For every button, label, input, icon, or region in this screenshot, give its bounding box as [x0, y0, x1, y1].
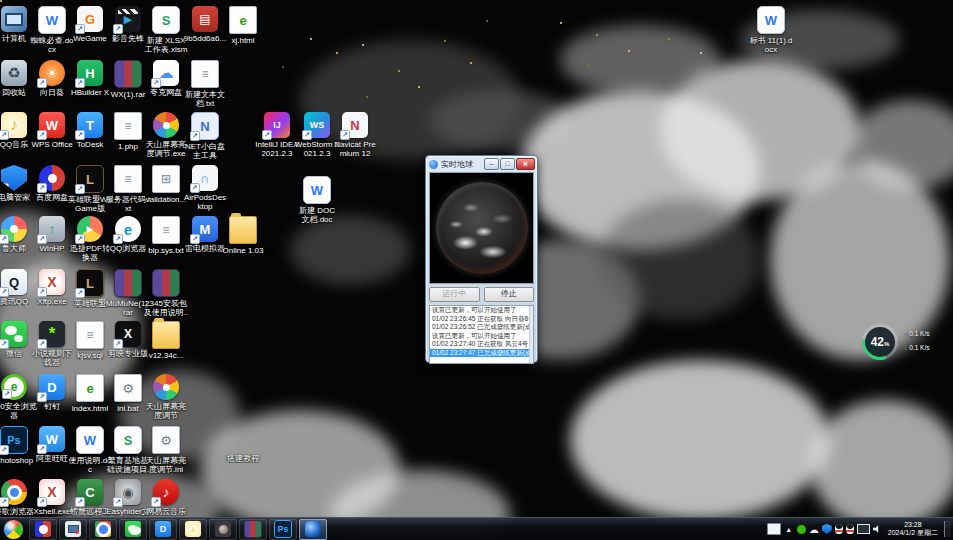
desktop-icon-netease-music[interactable]: ♪网易云音乐 [147, 479, 185, 516]
hidden-icons-arrow-icon[interactable]: ▲ [784, 524, 794, 534]
taskbar-item-wechat[interactable] [119, 519, 147, 540]
log-line-5[interactable]: 01/02 23:27:40 正在获取 风云4号 - 中国 [430, 340, 533, 349]
chrome-icon [95, 521, 111, 537]
desktop-icon-lol-wegame[interactable]: L英雄联盟WeGame版 [71, 165, 109, 213]
desktop-icon-new-xlsx[interactable]: S新建 XLSX 工作表.xlsm [147, 6, 185, 54]
qq-tray-icon[interactable] [835, 524, 843, 534]
crab-remote-icon: C [77, 479, 103, 505]
start-button[interactable] [3, 519, 24, 540]
qq-tray-icon-2[interactable] [846, 524, 854, 534]
desktop-icon-winhp[interactable]: ↑WinHP [33, 216, 71, 253]
log-line-4[interactable]: 设置已更新，可以开始使用了 [430, 332, 533, 341]
desktop-icon-brightness-ini[interactable]: ⚙天山屏幕亮度调节.ini [147, 426, 185, 474]
desktop-icon-player[interactable]: ▶影音先锋 [109, 6, 147, 43]
minimize-button[interactable]: – [484, 158, 499, 170]
stop-button[interactable]: 停止 [484, 287, 535, 302]
taskbar-item-chrome[interactable] [89, 519, 117, 540]
desktop-icon-breeding-xls[interactable]: S繁育基地基础设施项目.xl.. [109, 426, 147, 475]
desktop-icon-mumu-rar[interactable]: MuMuNe(1).rar [109, 269, 147, 317]
desktop-icon-navicat[interactable]: NNavicat Premium 12 [336, 112, 374, 158]
log-line-2[interactable]: 01/02 23:26:45 正在获取 向日葵8号 - 日本 [430, 315, 533, 324]
cloud-tray-icon[interactable]: ☁ [809, 524, 819, 534]
desktop-icon-hash-file[interactable]: ▤9b5dd6a6... [186, 6, 224, 43]
desktop-icon-emulator[interactable]: M雷电模拟器 [186, 216, 224, 253]
desktop-icon-wps-office[interactable]: WWPS Office [33, 112, 71, 149]
taskbar-item-photo-app[interactable] [209, 519, 237, 540]
desktop-icon-net-tool[interactable]: NNET小白盘主工具 [186, 112, 224, 160]
desktop-icon-rar-2345[interactable]: 2345安装包及使用说明.. [147, 269, 185, 317]
maximize-button[interactable]: □ [500, 158, 515, 170]
window-titlebar[interactable]: 实时地球 – □ ✕ [426, 156, 537, 171]
shortcut-arrow-icon [37, 287, 47, 297]
pc-manager-tray-icon[interactable] [822, 524, 832, 534]
desktop-icon-index-html[interactable]: eindex.html [71, 374, 109, 413]
taskbar-item-baidu-netdisk[interactable] [29, 519, 57, 540]
log-line-1[interactable]: 设置已更新，可以开始使用了 [430, 306, 533, 315]
running-button[interactable]: 运行中 [429, 287, 480, 302]
desktop-icon-v12-folder[interactable]: v12.34c... [147, 321, 185, 360]
desktop-icon-ini-bat[interactable]: ⚙ini.bat [109, 374, 147, 413]
speed-gauge-widget[interactable]: 42% 0.1 K/s 0.1 K/s [862, 323, 932, 361]
desktop-icon-brightness[interactable]: 天山屏幕亮度调节 [147, 374, 185, 420]
desktop-icon-new-doc[interactable]: W新建 DOC 文档.doc [298, 176, 336, 224]
desktop-icon-idea[interactable]: IJIntelliJ IDEA 2021.2.3 [258, 112, 296, 158]
desktop-icon-capcut[interactable]: X剪映专业版 [109, 321, 147, 358]
desktop-icon-hbuilderx[interactable]: HHBuilder X [71, 60, 109, 97]
city-lights [0, 0, 2, 2]
taskbar-item-remote-desktop[interactable] [59, 519, 87, 540]
desktop-icon-quark-pan[interactable]: ☁夸克网盘 [147, 60, 185, 97]
log-line-3[interactable]: 01/02 23:26:52 已完成壁纸更新(成功) [430, 323, 533, 332]
desktop-icon-qq-browser[interactable]: eQQ浏览器 [109, 216, 147, 253]
display-tray-icon[interactable] [857, 524, 870, 534]
taskbar-item-photoshop[interactable]: Ps [269, 519, 297, 540]
desktop-icon-blp-sys[interactable]: ≡blp.sys.txt [147, 216, 185, 255]
taskbar-clock[interactable]: 23:28 2024/1/2 星期二 [885, 521, 941, 537]
desktop-icon-bid-docx[interactable]: W标书 11(1).docx [752, 6, 790, 54]
desktop-icon-wegame[interactable]: GWeGame [71, 6, 109, 43]
desktop-icon-xj-html[interactable]: exj.html [224, 6, 262, 45]
taskbar-item-dingtalk[interactable]: D [149, 519, 177, 540]
taskbar-item-winrar[interactable] [239, 519, 267, 540]
online-folder-icon [229, 216, 257, 244]
desktop-icon-dingtalk[interactable]: D钉钉 [33, 374, 71, 411]
desktop-icon-usage-doc[interactable]: W使用说明.doc [71, 426, 109, 474]
input-method-icon[interactable] [767, 523, 781, 535]
close-button[interactable]: ✕ [516, 158, 535, 170]
shortcut-arrow-icon [0, 497, 9, 507]
desktop-icon-xshell[interactable]: XXshell.exe [33, 479, 71, 516]
desktop-icon-novel-downloader[interactable]: *小说规则下载器 [33, 321, 71, 367]
desktop-icon-pdf-converter[interactable]: ▶迅捷PDF转换器 [71, 216, 109, 262]
shortcut-arrow-icon [151, 78, 161, 88]
desktop-icon-new-txt[interactable]: ≡新建文本文档.txt [186, 60, 224, 108]
desktop-icon-browser-360[interactable]: e360安全浏览器 [0, 374, 33, 420]
taskbar-item-qq-music[interactable]: ♪ [179, 519, 207, 540]
desktop-icon-validation[interactable]: ⊞validation... [147, 165, 185, 204]
desktop-icon-wx-rar[interactable]: WX(1).rar [109, 60, 147, 99]
log-line-6[interactable]: 01/02 23:27:47 已完成壁纸更新(成功) [430, 349, 533, 358]
desktop-icon-php-file[interactable]: ≡1.php [109, 112, 147, 151]
desktop-icon-brightness-exe[interactable]: 天山屏幕亮度调节.exe [147, 112, 185, 158]
desktop-icon-tutorial[interactable]: 搭建教程 [224, 426, 262, 463]
desktop-icon-kjsv-sql[interactable]: ≡kjsv.sql [71, 321, 109, 360]
log-scrollbar[interactable] [529, 306, 533, 363]
desktop-icon-online-folder[interactable]: Online 1.03 [224, 216, 262, 255]
desktop-icon-lol[interactable]: L英雄联盟 [71, 269, 109, 308]
desktop-icon-baidu-netdisk[interactable]: 百度网盘 [33, 165, 71, 202]
desktop-icon-aliwangwang[interactable]: W阿里旺旺 [33, 426, 71, 463]
log-list[interactable]: 设置已更新，可以开始使用了01/02 23:26:45 正在获取 向日葵8号 -… [429, 305, 534, 364]
show-desktop-button[interactable] [944, 521, 951, 537]
shortcut-arrow-icon [190, 131, 200, 141]
volume-tray-icon[interactable] [873, 525, 882, 534]
desktop-icon-sunflower[interactable]: ☀向日葵 [33, 60, 71, 97]
desktop: 计算机♻回收站♪QQ音乐电脑管家鲁大师Q腾讯QQ微信e360安全浏览器PsPho… [0, 0, 953, 540]
wechat-tray-icon[interactable] [797, 525, 806, 534]
taskbar-item-realtime-earth[interactable] [299, 519, 327, 540]
desktop-icon-spider-docx[interactable]: W蜘蛛必查.docx [33, 6, 71, 54]
desktop-icon-webstorm[interactable]: WSWebStorm 2021.2.3 [298, 112, 336, 158]
desktop-icon-airpods[interactable]: ∩AirPodsDesktop [186, 165, 224, 211]
desktop-icon-todesk[interactable]: TToDesk [71, 112, 109, 149]
webstorm-icon: WS [304, 112, 330, 138]
icon-label: 2345安装包及使用说明.. [143, 299, 189, 317]
desktop-icon-xftp[interactable]: XXftp.exe [33, 269, 71, 306]
desktop-icon-server-txt[interactable]: ≡服务器代码.txt [109, 165, 147, 213]
